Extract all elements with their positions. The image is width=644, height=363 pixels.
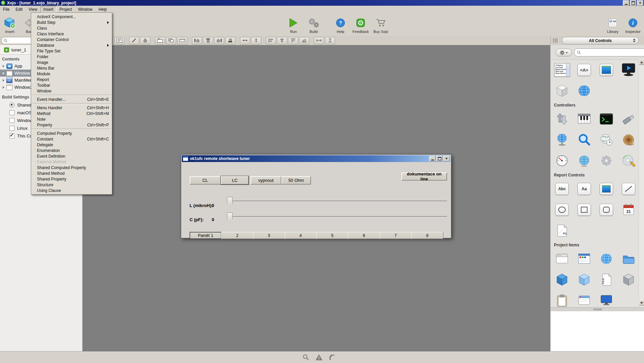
insert-menu-item-activex-component[interactable]: ActiveX Component...: [32, 14, 112, 19]
form-close-button[interactable]: ×: [443, 156, 450, 161]
insert-menu-item-shared-method[interactable]: Shared Method: [32, 170, 112, 176]
pencil-tool-button[interactable]: [129, 37, 139, 44]
feedback-button[interactable]: Feedback: [352, 14, 370, 34]
library-item-report-roundrect[interactable]: [596, 200, 616, 219]
documentation-button[interactable]: dokumentace on line: [401, 172, 447, 180]
insert-menu-item-shared-property[interactable]: Shared Property: [32, 176, 112, 182]
align-center-tool-button[interactable]: [277, 37, 287, 44]
run-button[interactable]: Run: [284, 14, 303, 34]
menu-insert[interactable]: Insert: [40, 6, 56, 12]
insert-menu-item-event-handler[interactable]: Event Handler...Ctrl+Shift+E: [32, 96, 112, 102]
library-search-input[interactable]: [582, 50, 637, 55]
insert-menu-item-delegate[interactable]: Delegate: [32, 142, 112, 148]
library-item-report-box[interactable]: Abc: [552, 179, 572, 198]
insert-menu-item-image[interactable]: Image: [32, 59, 112, 65]
panel-grip-icon[interactable]: [553, 38, 557, 43]
library-item-item-clipboard[interactable]: [552, 291, 572, 307]
menu-file[interactable]: File: [0, 6, 12, 12]
lock-top-tool-button[interactable]: [203, 37, 213, 44]
insert-menu-item-property[interactable]: PropertyCtrl+Shift+P: [32, 122, 112, 128]
build-button[interactable]: Build: [305, 14, 323, 34]
library-item-calendar[interactable]: 31: [618, 200, 639, 219]
slider-l-thumb[interactable]: [227, 197, 233, 206]
library-item-item-class[interactable]: [552, 270, 572, 289]
library-item-report-page[interactable]: P1: [552, 221, 572, 240]
disclosure-triangle-icon[interactable]: [3, 65, 4, 68]
inspector-button[interactable]: iInspector: [624, 14, 642, 34]
library-item-speedometer[interactable]: [552, 151, 572, 170]
insert-menu-item-folder[interactable]: Folder: [32, 54, 112, 59]
warning-status-icon[interactable]: [315, 354, 323, 362]
memory-button-7[interactable]: 7: [380, 232, 412, 239]
menu-edit[interactable]: Edit: [12, 6, 26, 12]
lock-right-tool-button[interactable]: [214, 37, 224, 44]
insert-menu-item-class-interface[interactable]: Class Interface: [32, 31, 112, 37]
mode-button-vypnout[interactable]: vypnout: [250, 176, 281, 185]
library-item-report-square[interactable]: [574, 200, 594, 219]
help-button[interactable]: ?Help: [331, 14, 350, 34]
library-item-wire-spool[interactable]: [618, 130, 639, 149]
disclosure-triangle-icon[interactable]: [3, 86, 4, 89]
disclosure-triangle-icon[interactable]: [3, 72, 4, 75]
scroll-down-button[interactable]: [639, 300, 644, 306]
library-item-report-line[interactable]: [618, 179, 639, 198]
library-scrollbar[interactable]: [639, 59, 644, 307]
memory-button-8[interactable]: 8: [411, 232, 443, 239]
insert-menu-item-container-control[interactable]: Container Control: [32, 37, 112, 42]
menu-view[interactable]: View: [26, 6, 40, 12]
insert-menu-item-build-step[interactable]: Build Step: [32, 19, 112, 25]
z-order-tool-button[interactable]: [166, 37, 176, 44]
scroll-up-button[interactable]: [639, 59, 644, 65]
library-item-blue-magnifier[interactable]: [574, 130, 594, 149]
lock-tool-button[interactable]: [140, 37, 150, 44]
memory-button-pam-1[interactable]: Paměť 1: [190, 232, 222, 239]
insert-menu-item-structure[interactable]: Structure: [32, 182, 112, 188]
memory-button-3[interactable]: 3: [253, 232, 285, 239]
insert-menu-item-menu-handler[interactable]: Menu HandlerCtrl+Shift+H: [32, 105, 112, 111]
app-close-button[interactable]: ×: [637, 0, 643, 6]
library-item-item-toolbar[interactable]: [574, 249, 594, 268]
library-item-listbox[interactable]: UI ButtonList ViewBlank CanvasWeb ViewMe…: [552, 61, 572, 79]
radio-shared[interactable]: [9, 103, 14, 108]
insert-menu-item-event-definition[interactable]: Event Definition: [32, 153, 112, 159]
library-item-item-filetype[interactable]: FILE: [596, 270, 616, 289]
library-item-label-control[interactable]: <A>: [574, 61, 594, 79]
slider-c-track[interactable]: [232, 216, 447, 217]
memory-button-5[interactable]: 5: [316, 232, 348, 239]
buy-xojo-button[interactable]: Buy Xojo: [372, 14, 390, 34]
insert-menu-item-using-clause[interactable]: Using Clause: [32, 188, 112, 193]
memory-button-4[interactable]: 4: [285, 232, 317, 239]
checkbox-macos[interactable]: [9, 110, 14, 115]
slider-l-track[interactable]: [232, 201, 447, 201]
form-minimize-button[interactable]: [429, 156, 436, 161]
library-item-report-box[interactable]: Aa: [574, 179, 594, 198]
insert-menu-item-file-type-set[interactable]: File Type Set: [32, 48, 112, 54]
designed-window-titlebar[interactable]: ok1ufc remote shortwave tuner ×: [182, 155, 450, 162]
app-maximize-button[interactable]: [630, 0, 636, 6]
library-item-item-module[interactable]: [618, 270, 639, 289]
insert-menu-item-menu-bar[interactable]: Menu Bar: [32, 65, 112, 71]
disclosure-triangle-icon[interactable]: [3, 79, 4, 82]
memory-button-6[interactable]: 6: [348, 232, 380, 239]
align-bottom-tool-button[interactable]: [299, 37, 309, 44]
insert-menu-item-window[interactable]: Window: [32, 88, 112, 94]
library-item-item-webpage[interactable]: [596, 249, 616, 268]
memory-button-2[interactable]: 2: [221, 232, 253, 239]
library-item-usb-device[interactable]: [618, 110, 639, 128]
layout-editor-canvas[interactable]: ok1ufc remote shortwave tuner × CLLCvypn…: [82, 45, 550, 351]
search-status-icon[interactable]: [303, 354, 309, 362]
insert-menu-item-report[interactable]: Report: [32, 77, 112, 82]
lock-left-tool-button[interactable]: [192, 37, 202, 44]
mode-button-lc[interactable]: LC: [221, 176, 249, 185]
insert-button[interactable]: Insert: [1, 14, 19, 34]
designed-window[interactable]: ok1ufc remote shortwave tuner × CLLCvypn…: [181, 154, 451, 238]
library-item-globe-small[interactable]: [574, 151, 594, 170]
measure-height-tool-button[interactable]: [325, 37, 335, 44]
library-item-report-picture[interactable]: [596, 179, 616, 198]
library-item-item-app[interactable]: [574, 291, 594, 307]
library-item-globe-stand[interactable]: [552, 130, 572, 149]
library-item-item-interface[interactable]: [574, 270, 594, 289]
measure-width-tool-button[interactable]: [314, 37, 324, 44]
library-item-imagewell[interactable]: [596, 61, 616, 79]
library-item-globe-clock[interactable]: [596, 130, 616, 149]
